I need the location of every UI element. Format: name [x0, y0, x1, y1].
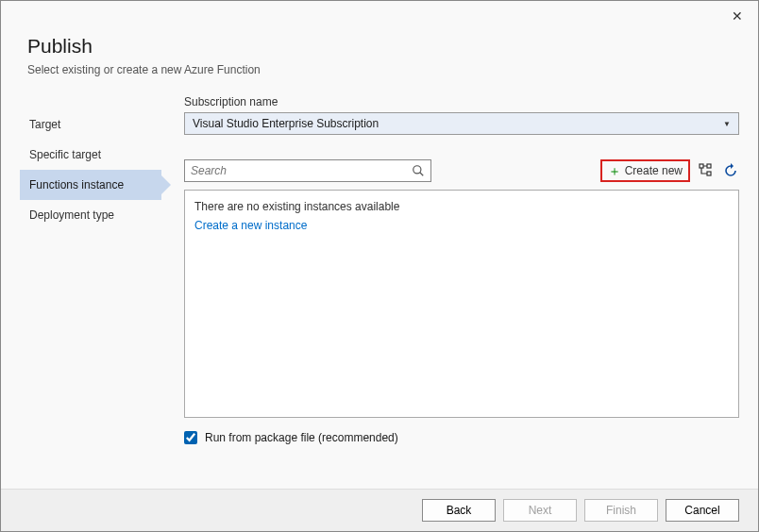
wizard-steps: Target Specific target Functions instanc…: [20, 95, 161, 444]
subscription-value: Visual Studio Enterprise Subscription: [193, 117, 379, 130]
sidebar-item-target[interactable]: Target: [20, 109, 161, 140]
page-title: Publish: [27, 35, 732, 58]
refresh-icon[interactable]: [722, 162, 739, 179]
run-from-package-label: Run from package file (recommended): [205, 431, 398, 444]
back-button[interactable]: Back: [422, 499, 496, 522]
svg-line-1: [420, 173, 424, 176]
finish-button[interactable]: Finish: [584, 499, 658, 522]
cancel-button[interactable]: Cancel: [666, 499, 739, 522]
svg-point-0: [413, 166, 421, 174]
search-input[interactable]: [191, 164, 412, 177]
chevron-down-icon: ▼: [723, 120, 731, 128]
search-input-container[interactable]: [184, 159, 431, 182]
create-new-label: Create new: [625, 164, 683, 177]
empty-instances-message: There are no existing instances availabl…: [194, 200, 729, 213]
sidebar-item-functions-instance[interactable]: Functions instance: [20, 170, 161, 200]
svg-rect-2: [700, 164, 703, 168]
svg-rect-4: [707, 172, 711, 175]
svg-rect-3: [707, 164, 711, 168]
search-icon: [412, 164, 425, 177]
view-tree-icon[interactable]: [698, 162, 715, 179]
subscription-label: Subscription name: [184, 95, 739, 108]
next-button[interactable]: Next: [503, 499, 577, 522]
sidebar-item-specific-target[interactable]: Specific target: [20, 140, 161, 170]
sidebar-item-deployment-type[interactable]: Deployment type: [20, 200, 161, 230]
run-from-package-checkbox[interactable]: [184, 431, 197, 444]
close-button[interactable]: ✕: [726, 7, 749, 25]
dialog-footer: Back Next Finish Cancel: [1, 489, 758, 531]
plus-icon: ＋: [608, 164, 621, 177]
instances-list: There are no existing instances availabl…: [184, 190, 739, 418]
create-instance-link[interactable]: Create a new instance: [194, 219, 729, 232]
page-subtitle: Select existing or create a new Azure Fu…: [27, 63, 732, 76]
subscription-dropdown[interactable]: Visual Studio Enterprise Subscription ▼: [184, 112, 739, 135]
create-new-button[interactable]: ＋ Create new: [600, 159, 690, 182]
